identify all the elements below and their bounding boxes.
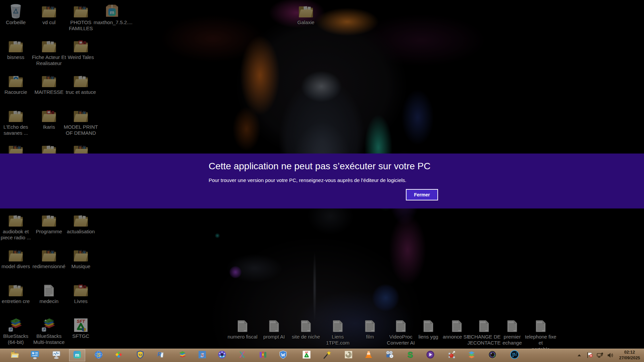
media-converter-icon — [385, 350, 394, 361]
fermer-button[interactable]: Fermer — [406, 189, 438, 200]
svg-text:TZ: TZ — [139, 353, 142, 357]
bluestacks-icon — [178, 350, 187, 361]
dialog-subtitle: Pour trouver une version pour votre PC, … — [209, 177, 406, 183]
svg-text:R: R — [157, 352, 161, 357]
green-s-app-icon: S — [406, 350, 415, 361]
vlc-icon — [364, 350, 373, 361]
svg-text:S: S — [201, 352, 204, 358]
globe-s-browser-icon: S — [94, 350, 103, 361]
app-cant-run-dialog: Cette application ne peut pas s’exécuter… — [0, 154, 644, 208]
maxthon-browser-icon: m — [72, 350, 82, 361]
avg-antivirus-icon — [114, 350, 123, 361]
sftgc-icon: SF — [302, 350, 311, 361]
taskbar-item-swirl-app[interactable] — [340, 349, 357, 361]
file-explorer-icon — [10, 350, 19, 361]
taskbar-item-x-app[interactable] — [234, 349, 250, 361]
system-monitor-icon — [52, 350, 61, 361]
magic-wand-icon — [322, 350, 332, 361]
x-app-icon — [237, 350, 247, 361]
screen: Corbeille vd cul PHOTOSFAMILLES m maxtho… — [0, 0, 644, 362]
taskbar-item-globe-s-browser[interactable]: S — [91, 349, 107, 361]
taskbar-item-media-converter[interactable] — [381, 349, 397, 361]
dialog-title: Cette application ne peut pas s’exécuter… — [209, 161, 430, 172]
taskbar: mSTZRSSFS — [0, 349, 644, 362]
action-center-flag-icon[interactable] — [586, 351, 593, 359]
taskbar-item-avg-antivirus[interactable] — [111, 349, 127, 361]
tz-shield-icon: TZ — [136, 350, 145, 361]
taskbar-item-file-explorer[interactable] — [7, 349, 23, 361]
taskbar-item-media-player-classic[interactable] — [422, 349, 438, 361]
recuva-icon: R — [156, 350, 166, 361]
taskbar-item-videoproc[interactable] — [214, 349, 230, 361]
camera-lens-app-icon — [488, 350, 497, 361]
taskbar-item-wise-care[interactable] — [275, 349, 291, 361]
taskbar-item-sftgc[interactable]: SF — [299, 349, 315, 361]
videoproc-icon — [217, 350, 227, 361]
svg-text:m: m — [75, 352, 79, 358]
control-panel-icon — [30, 350, 40, 361]
molecule-app-icon — [447, 350, 457, 361]
taskbar-item-recuva[interactable]: R — [153, 349, 169, 361]
layers-app-icon — [467, 350, 476, 361]
taskbar-item-blue-grid-app[interactable] — [506, 349, 523, 361]
svg-text:S: S — [97, 352, 100, 358]
blue-grid-app-icon — [510, 350, 519, 361]
winrar-icon — [258, 350, 268, 361]
taskbar-clock[interactable]: 02:12 27/09/2025 — [617, 350, 642, 361]
taskbar-item-camera-lens-app[interactable] — [484, 349, 500, 361]
taskbar-item-layers-app[interactable] — [464, 349, 480, 361]
swirl-app-icon — [344, 350, 353, 361]
taskbar-item-magic-wand[interactable] — [319, 349, 335, 361]
svg-text:SF: SF — [305, 351, 308, 354]
taskbar-item-maxthon-browser[interactable]: m — [69, 349, 85, 361]
taskbar-item-bluestacks[interactable] — [174, 349, 191, 361]
s-app-icon: S — [198, 350, 207, 361]
system-tray: 02:12 27/09/2025 — [576, 349, 642, 362]
network-icon[interactable] — [596, 351, 604, 359]
taskbar-item-molecule-app[interactable] — [444, 349, 460, 361]
taskbar-item-control-panel[interactable] — [27, 349, 43, 361]
taskbar-item-tz-shield[interactable]: TZ — [132, 349, 148, 361]
svg-text:S: S — [408, 350, 413, 359]
wise-care-icon — [278, 350, 288, 361]
taskbar-item-green-s-app[interactable]: S — [402, 349, 418, 361]
volume-icon[interactable] — [607, 351, 614, 359]
hidden-icons-chevron-icon[interactable] — [576, 351, 583, 359]
clock-date: 27/09/2025 — [617, 355, 642, 361]
clock-time: 02:12 — [617, 350, 642, 355]
taskbar-item-winrar[interactable] — [255, 349, 271, 361]
taskbar-item-system-monitor[interactable] — [48, 349, 64, 361]
media-player-classic-icon — [426, 350, 435, 361]
taskbar-item-vlc[interactable] — [361, 349, 377, 361]
taskbar-item-s-app[interactable]: S — [194, 349, 210, 361]
